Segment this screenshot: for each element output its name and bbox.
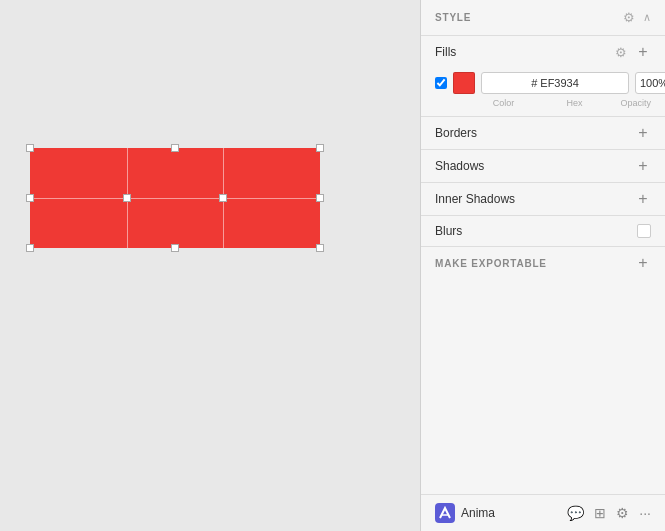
inner-shadows-label: Inner Shadows — [435, 192, 515, 206]
handle-bot-left[interactable] — [26, 244, 34, 252]
style-label: STYLE — [435, 12, 471, 23]
fills-section: Fills ⚙ + Color Hex Opacity — [421, 36, 665, 117]
handle-top-center[interactable] — [171, 144, 179, 152]
shadows-section: Shadows + — [421, 150, 665, 183]
fills-settings-icon[interactable]: ⚙ — [615, 45, 627, 60]
handle-bot-center[interactable] — [171, 244, 179, 252]
collapse-icon[interactable]: ∧ — [643, 11, 651, 24]
fill-color-swatch[interactable] — [453, 72, 475, 94]
bottom-bar: Anima 💬 ⊞ ⚙ ··· — [421, 494, 665, 531]
message-icon[interactable]: 💬 — [567, 505, 584, 521]
blurs-label: Blurs — [435, 224, 462, 238]
color-col-label: Color — [471, 98, 536, 108]
fills-column-labels: Color Hex Opacity — [435, 98, 651, 108]
fill-hex-input[interactable] — [481, 72, 629, 94]
fills-header: Fills ⚙ + — [421, 36, 665, 68]
exportable-add-button[interactable]: + — [635, 255, 651, 271]
inner-shadows-add-button[interactable]: + — [635, 191, 651, 207]
more-icon[interactable]: ··· — [639, 505, 651, 521]
make-exportable-section: MAKE EXPORTABLE + — [421, 247, 665, 279]
shadows-add-button[interactable]: + — [635, 158, 651, 174]
borders-section: Borders + — [421, 117, 665, 150]
blurs-checkbox[interactable] — [637, 224, 651, 238]
handle-top-left[interactable] — [26, 144, 34, 152]
anima-text: Anima — [461, 506, 495, 520]
anima-icon — [435, 503, 455, 523]
shadows-header: Shadows + — [421, 150, 665, 182]
borders-add-button[interactable]: + — [635, 125, 651, 141]
handle-inner-1[interactable] — [123, 194, 131, 202]
handle-bot-right[interactable] — [316, 244, 324, 252]
fills-label: Fills — [435, 45, 456, 59]
anima-logo: Anima — [435, 503, 495, 523]
blurs-header: Blurs — [421, 216, 665, 246]
fill-opacity-input[interactable] — [635, 72, 665, 94]
bottom-icons: 💬 ⊞ ⚙ ··· — [567, 505, 651, 521]
blurs-section: Blurs — [421, 216, 665, 247]
selected-element[interactable] — [30, 148, 320, 248]
fills-add-button[interactable]: + — [635, 44, 651, 60]
fill-row — [435, 72, 651, 94]
style-section-header: STYLE ⚙ ∧ — [421, 0, 665, 36]
exportable-label: MAKE EXPORTABLE — [435, 258, 547, 269]
style-header-icons: ⚙ ∧ — [623, 10, 651, 25]
inner-shadows-section: Inner Shadows + — [421, 183, 665, 216]
fills-content: Color Hex Opacity — [421, 68, 665, 116]
red-rectangle[interactable] — [30, 148, 320, 248]
right-panel: STYLE ⚙ ∧ Fills ⚙ + Color Hex Opacit — [420, 0, 665, 531]
handle-mid-left[interactable] — [26, 194, 34, 202]
panel-spacer — [421, 279, 665, 494]
borders-header: Borders + — [421, 117, 665, 149]
handle-mid-right[interactable] — [316, 194, 324, 202]
settings-icon[interactable]: ⚙ — [623, 10, 635, 25]
inner-shadows-header: Inner Shadows + — [421, 183, 665, 215]
settings-bottom-icon[interactable]: ⚙ — [616, 505, 629, 521]
hex-col-label: Hex — [542, 98, 607, 108]
handle-inner-2[interactable] — [219, 194, 227, 202]
borders-label: Borders — [435, 126, 477, 140]
handle-top-right[interactable] — [316, 144, 324, 152]
layers-icon[interactable]: ⊞ — [594, 505, 606, 521]
fill-checkbox[interactable] — [435, 77, 447, 89]
opacity-col-label: Opacity — [613, 98, 651, 108]
shadows-label: Shadows — [435, 159, 484, 173]
canvas — [0, 0, 420, 531]
